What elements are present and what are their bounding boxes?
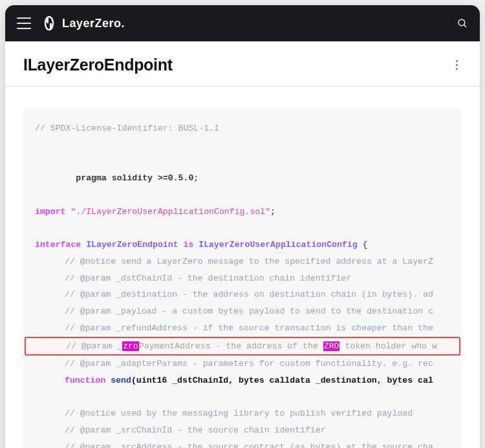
svg-point-4 — [458, 19, 465, 26]
code-line: // @param _destination - the address on … — [35, 286, 462, 303]
code-line: // SPDX-License-Identifier: BUSL-1.1 — [35, 120, 462, 137]
code-line: // @param _payload - a custom bytes payl… — [35, 303, 462, 320]
highlight-token: ZRO — [323, 341, 340, 351]
code-line: // @param _refundAddress - if the source… — [35, 320, 462, 337]
code-line: interface ILayerZeroEndpoint is ILayerZe… — [35, 237, 462, 253]
brand-logo[interactable]: LayerZero. — [41, 16, 125, 31]
kebab-menu-icon[interactable] — [452, 56, 462, 74]
app-header: LayerZero. — [5, 5, 480, 41]
code-line: // @notice send a LayerZero message to t… — [35, 253, 462, 270]
code-line: function send(uint16 _dstChainId, bytes … — [35, 372, 462, 389]
search-icon[interactable] — [457, 17, 468, 29]
page-title: ILayerZeroEndpoint — [23, 56, 173, 74]
highlighted-line: // @param _zroPaymentAddress - the addre… — [25, 337, 460, 356]
menu-icon[interactable] — [17, 17, 31, 29]
title-bar: ILayerZeroEndpoint — [5, 41, 480, 87]
code-line: import "./ILayerZeroUserApplicationConfi… — [35, 204, 462, 220]
code-line: pragma solidity >=0.5.0; — [35, 153, 462, 186]
svg-line-5 — [464, 25, 466, 27]
brand-name: LayerZero. — [62, 17, 125, 30]
highlight-token: zro — [122, 341, 139, 351]
code-line: // @param _adapterParams - parameters fo… — [35, 356, 462, 372]
code-block: // SPDX-License-Identifier: BUSL-1.1 pra… — [23, 109, 462, 448]
code-line: // @param _srcAddress - the source contr… — [35, 439, 462, 448]
svg-rect-2 — [47, 18, 48, 23]
code-line: // @notice used by the messaging library… — [35, 405, 462, 422]
code-line: // @param _dstChainId - the destination … — [35, 270, 462, 287]
content-area: // SPDX-License-Identifier: BUSL-1.1 pra… — [5, 87, 480, 448]
app-window: LayerZero. ILayerZeroEndpoint // SPDX-Li… — [5, 5, 480, 448]
svg-rect-3 — [50, 23, 52, 28]
code-line: // @param _srcChainId - the source chain… — [35, 422, 462, 439]
layerzero-logo-icon — [41, 16, 57, 31]
